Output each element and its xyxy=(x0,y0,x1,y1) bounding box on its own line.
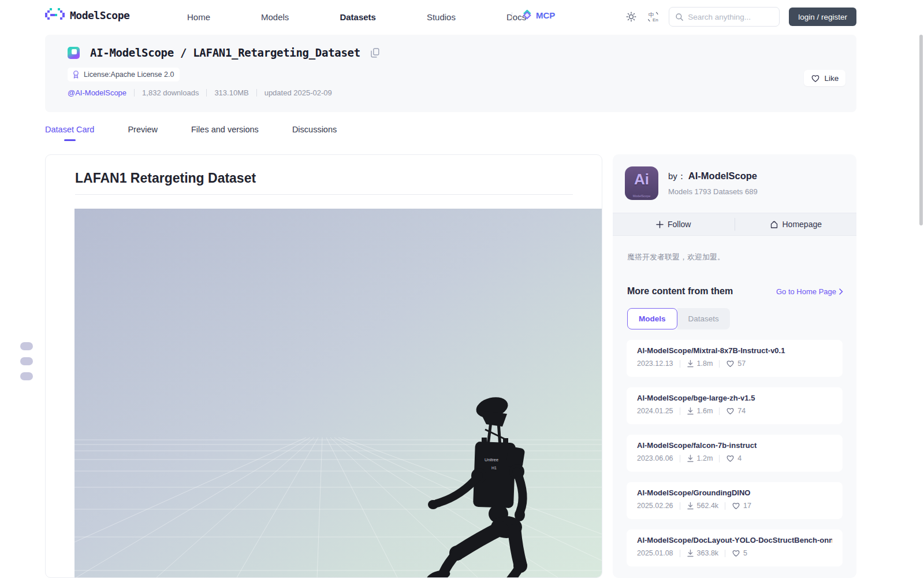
like-label: Like xyxy=(825,74,839,83)
model-card-date: 2023.06.06 xyxy=(637,454,673,462)
owner-link[interactable]: @AI-ModelScope xyxy=(68,88,126,97)
toggle-segment[interactable]: Models xyxy=(627,308,677,329)
model-card[interactable]: AI-ModelScope/GroundingDINO 2025.02.26 5… xyxy=(627,482,843,519)
side-widget-pill[interactable] xyxy=(20,342,33,350)
author-avatar[interactable]: Ai ModelScope xyxy=(625,166,658,200)
model-card-likes-count: 17 xyxy=(743,502,751,510)
model-card-title: AI-ModelScope/bge-large-zh-v1.5 xyxy=(637,394,832,402)
theme-toggle-sun-icon[interactable] xyxy=(625,10,638,23)
model-card-meta: 2023.06.06 1.2m xyxy=(637,454,832,462)
model-card[interactable]: AI-ModelScope/falcon-7b-instruct 2023.06… xyxy=(627,435,843,472)
homepage-button[interactable]: Homepage xyxy=(735,213,857,235)
svg-text:En: En xyxy=(653,17,658,23)
author-name-link[interactable]: AI-ModelScope xyxy=(688,171,757,181)
mcp-link[interactable]: MCP xyxy=(521,10,555,21)
model-card-likes: 17 xyxy=(732,502,751,510)
tab[interactable]: Dataset Card xyxy=(45,125,94,141)
like-button[interactable]: Like xyxy=(804,70,845,86)
stat-divider xyxy=(134,89,135,97)
login-register-button[interactable]: login / register xyxy=(789,8,856,26)
nav-divider xyxy=(512,12,512,21)
search-input[interactable] xyxy=(688,13,769,21)
go-to-home-page-label: Go to Home Page xyxy=(776,287,836,296)
heart-icon xyxy=(811,74,820,83)
stat-divider xyxy=(206,89,207,97)
license-badge[interactable]: License:Apache License 2.0 xyxy=(68,68,180,81)
model-card-title: AI-ModelScope/GroundingDINO xyxy=(637,488,832,497)
model-card[interactable]: AI-ModelScope/bge-large-zh-v1.5 2024.01.… xyxy=(627,387,843,424)
heart-icon xyxy=(726,360,735,368)
model-card-likes-count: 57 xyxy=(737,360,746,368)
nav-item[interactable]: Datasets xyxy=(314,12,401,22)
dataset-card-content: LAFAN1 Retargeting Dataset xyxy=(45,154,602,578)
model-card-likes-count: 74 xyxy=(737,407,746,415)
model-card-likes: 4 xyxy=(726,454,742,462)
tab-label: Dataset Card xyxy=(45,125,94,134)
readme-heading: LAFAN1 Retargeting Dataset xyxy=(75,171,256,186)
meta-divider xyxy=(680,550,680,557)
toggle-segment-label: Models xyxy=(639,314,666,323)
model-card-downloads-count: 1.2m xyxy=(697,454,713,462)
follow-label: Follow xyxy=(668,220,691,229)
heart-icon xyxy=(732,502,740,510)
heart-icon xyxy=(726,454,735,462)
nav-item[interactable]: Studios xyxy=(401,12,481,22)
nav-item[interactable]: Home xyxy=(162,12,236,22)
tab[interactable]: Preview xyxy=(128,125,158,141)
model-card-likes: 57 xyxy=(726,360,746,368)
download-icon xyxy=(687,454,694,462)
model-card-downloads-count: 1.8m xyxy=(697,360,713,368)
model-card-likes: 74 xyxy=(726,407,746,415)
dataset-header: AI-ModelScope / LAFAN1_Retargeting_Datas… xyxy=(45,35,856,112)
search-box xyxy=(669,7,780,27)
meta-divider xyxy=(719,360,720,368)
robot-label: Unitree xyxy=(485,457,498,462)
model-card-title: AI-ModelScope/DocLayout-YOLO-DocStructBe… xyxy=(637,536,832,544)
dataset-logo-icon xyxy=(68,47,80,59)
tab-label: Preview xyxy=(128,125,158,134)
go-to-home-page-link[interactable]: Go to Home Page xyxy=(776,287,843,296)
by-label: by： xyxy=(668,171,686,182)
model-card-date: 2025.01.08 xyxy=(637,549,673,557)
plus-icon xyxy=(656,221,664,228)
meta-divider xyxy=(725,550,725,557)
meta-divider xyxy=(680,455,680,462)
nav-item-label: Studios xyxy=(427,12,456,22)
nav-item-label: Datasets xyxy=(340,12,376,22)
model-card-title: AI-ModelScope/Mixtral-8x7B-Instruct-v0.1 xyxy=(637,346,832,355)
model-card-meta: 2025.02.26 562.4k xyxy=(637,502,832,510)
brand-text: ModelScope xyxy=(70,9,129,21)
model-card-downloads-count: 1.6m xyxy=(697,407,713,415)
model-card-downloads: 363.8k xyxy=(687,549,719,557)
heart-icon xyxy=(726,407,735,415)
copy-icon[interactable] xyxy=(371,48,379,58)
updated-date: updated 2025-02-09 xyxy=(264,88,332,97)
side-widget-pill[interactable] xyxy=(20,357,33,365)
nav-item[interactable]: Models xyxy=(236,12,314,22)
more-content-heading: More content from them xyxy=(627,286,733,297)
tab[interactable]: Files and versions xyxy=(191,125,259,141)
modelscope-logo[interactable]: ModelScope xyxy=(45,8,129,22)
model-card[interactable]: AI-ModelScope/DocLayout-YOLO-DocStructBe… xyxy=(627,529,843,566)
page-scrollbar-thumb[interactable] xyxy=(919,35,923,225)
download-icon xyxy=(687,502,694,510)
chevron-right-icon xyxy=(839,288,843,295)
tab-label: Discussions xyxy=(292,125,337,134)
language-toggle-icon[interactable]: 中 En xyxy=(647,10,660,23)
floating-side-widgets xyxy=(20,342,33,380)
model-card[interactable]: AI-ModelScope/Mixtral-8x7B-Instruct-v0.1… xyxy=(627,340,843,377)
model-card-downloads-count: 562.4k xyxy=(697,502,719,510)
model-card-date: 2023.12.13 xyxy=(637,360,673,368)
mcp-label: MCP xyxy=(536,10,555,20)
robot-label: H1 xyxy=(491,466,497,470)
main-menu: Home Models Datasets Studios Docs xyxy=(162,0,552,34)
tab[interactable]: Discussions xyxy=(292,125,337,141)
author-row: Ai ModelScope by： AI-ModelScope Models 1… xyxy=(625,166,758,200)
follow-button[interactable]: Follow xyxy=(613,213,735,235)
nav-right: 中 En login / register xyxy=(625,7,856,27)
side-widget-pill[interactable] xyxy=(20,372,33,380)
page: ModelScope Home Models Datasets Studios … xyxy=(0,0,924,578)
toggle-segment[interactable]: Datasets xyxy=(677,308,730,329)
model-card-downloads: 1.6m xyxy=(687,407,713,415)
meta-divider xyxy=(680,407,680,415)
